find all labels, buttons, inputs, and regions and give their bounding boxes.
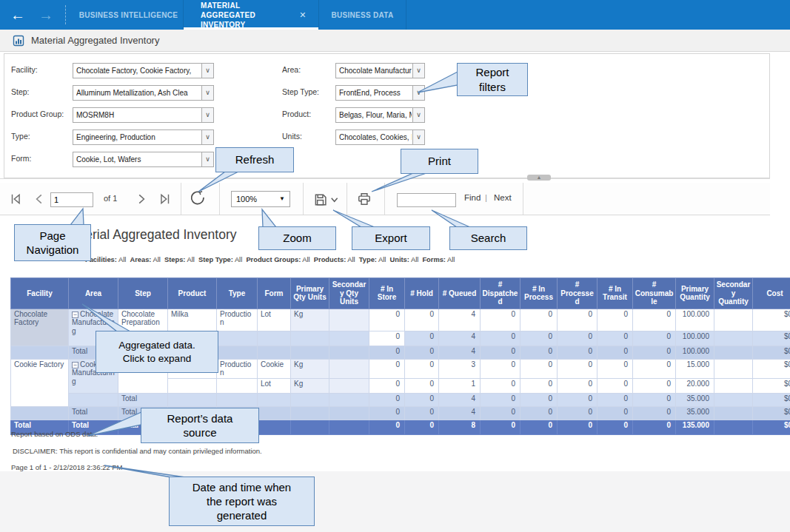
table-cell <box>69 394 118 407</box>
print-icon[interactable] <box>357 191 373 207</box>
table-cell: Lot <box>258 309 291 331</box>
area-dropdown[interactable]: Chocolate Manufacturing, Chocol∨ <box>335 63 425 78</box>
callout-text: Refresh <box>235 152 275 166</box>
table-cell: 0 <box>405 394 439 407</box>
table-cell: 0 <box>481 346 520 359</box>
tab-material-aggregated-inventory[interactable]: MATERIAL AGGREGATED INVENTORY ✕ <box>184 0 319 30</box>
report-filter-summary: Facilities: All Areas: All Steps: All St… <box>85 256 459 263</box>
product-dropdown[interactable]: Belgas, Flour, Maria, Milka, MOSR∨ <box>335 107 425 123</box>
report-toolbar: of 1 100% ▼ <box>0 183 770 215</box>
dropdown-arrow-icon[interactable]: ∨ <box>412 86 424 100</box>
tab-business-intelligence[interactable]: BUSINESS INTELLIGENCE <box>74 0 184 30</box>
forward-arrow-icon[interactable]: → <box>36 4 56 25</box>
data-source-note: Report based on ODS data. <box>11 430 98 438</box>
units-dropdown[interactable]: Chocolates, Cookies, Dies, Kg, Pac∨ <box>335 129 425 145</box>
table-cell: 1 <box>439 379 481 394</box>
table-cell: 0 <box>597 394 633 407</box>
find-input[interactable] <box>397 193 456 207</box>
table-cell: 0 <box>558 394 597 407</box>
table-cell: 0 <box>369 379 405 394</box>
form-dropdown[interactable]: Cookie, Lot, Wafers∨ <box>73 152 214 167</box>
table-cell <box>714 346 753 359</box>
facility-dropdown[interactable]: Chocolate Factory, Cookie Factory,∨ <box>73 63 214 78</box>
column-header: Secondary Qty Units <box>329 278 369 309</box>
table-cell: 100.000 <box>676 331 714 346</box>
column-header: # In Process <box>520 278 558 309</box>
table-cell: Production <box>217 359 258 379</box>
dropdown-arrow-icon[interactable]: ∨ <box>412 108 424 122</box>
first-page-button[interactable] <box>9 191 25 207</box>
type-dropdown[interactable]: Engineering, Production∨ <box>73 129 214 145</box>
filter-label: Product: <box>282 110 311 118</box>
disclaimer-note: DISCLAIMER: This report is confidential … <box>13 447 262 455</box>
dropdown-arrow-icon[interactable]: ∨ <box>201 152 213 166</box>
zoom-select[interactable]: 100% ▼ <box>231 191 290 207</box>
table-cell <box>714 394 753 407</box>
table-cell: 35.000 <box>676 394 714 407</box>
previous-page-button[interactable] <box>33 191 49 207</box>
callout-zoom: Zoom <box>258 226 336 250</box>
table-cell: Lot <box>258 379 291 394</box>
step-dropdown[interactable]: Alluminum Metallization, Ash Clea∨ <box>73 85 214 101</box>
find-next-button[interactable]: Next <box>494 193 512 202</box>
table-cell: Kg <box>291 379 329 394</box>
table-cell <box>291 331 329 346</box>
step-type-dropdown[interactable]: FrontEnd, Process∨ <box>335 85 425 101</box>
table-cell <box>11 407 69 420</box>
close-tab-icon[interactable]: ✕ <box>295 10 310 20</box>
callout-text: Date and time when <box>193 480 291 494</box>
table-cell: Milka <box>168 309 217 331</box>
column-header: Product <box>168 278 217 309</box>
table-cell <box>258 420 291 435</box>
filter-label: Facility: <box>11 65 38 74</box>
filter-row: Step:Alluminum Metallization, Ash Clea∨S… <box>4 85 769 101</box>
dropdown-arrow-icon[interactable]: ∨ <box>201 64 213 78</box>
find-button[interactable]: Find <box>464 193 481 202</box>
callout-export: Export <box>352 226 430 250</box>
table-cell: 0 <box>633 394 676 407</box>
callout-search: Search <box>449 226 527 250</box>
table-cell: 0 <box>633 309 676 331</box>
table-cell: 4 <box>439 309 481 331</box>
table-cell <box>329 394 369 407</box>
refresh-icon[interactable] <box>190 190 206 206</box>
table-cell <box>714 379 753 394</box>
table-cell <box>714 407 753 420</box>
export-save-icon[interactable] <box>314 192 339 208</box>
page-number-input[interactable] <box>50 192 93 207</box>
dropdown-arrow-icon[interactable]: ∨ <box>412 64 424 78</box>
dropdown-arrow-icon[interactable]: ∨ <box>201 130 213 144</box>
table-cell: 0 <box>405 407 439 420</box>
table-cell: $0 <box>753 309 790 331</box>
collapse-group-icon[interactable]: − <box>72 362 78 368</box>
column-header: # Dispatched <box>481 278 520 309</box>
dropdown-arrow-icon[interactable]: ∨ <box>201 108 213 122</box>
tab-business-data[interactable]: BUSINESS DATA <box>319 0 406 30</box>
table-cell: 0 <box>369 309 405 331</box>
callout-page-navigation: PageNavigation <box>14 224 91 261</box>
table-cell: 8 <box>439 420 481 435</box>
product-group-dropdown[interactable]: MOSRM8H∨ <box>73 107 214 123</box>
column-header: Primary Quantity <box>676 278 714 309</box>
collapse-group-icon[interactable]: − <box>72 312 78 318</box>
table-cell: 0 <box>520 359 558 379</box>
back-arrow-icon[interactable]: ← <box>7 4 28 25</box>
dropdown-value: FrontEnd, Process <box>339 86 412 100</box>
table-cell: 0 <box>558 420 597 435</box>
next-page-button[interactable] <box>135 191 151 207</box>
table-cell: 0 <box>558 346 597 359</box>
dropdown-arrow-icon[interactable]: ∨ <box>201 86 213 100</box>
collapse-panel-handle[interactable]: ▲ <box>527 175 551 181</box>
table-cell <box>291 420 329 435</box>
table-header-row: FacilityAreaStepProductTypeFormPrimary Q… <box>11 278 790 309</box>
table-cell <box>291 407 329 420</box>
last-page-button[interactable] <box>158 191 175 207</box>
dropdown-arrow-icon[interactable]: ∨ <box>412 130 424 144</box>
table-cell: 0 <box>520 309 558 331</box>
table-cell: Chocolate Factory <box>11 309 69 346</box>
table-cell: 0 <box>558 309 597 331</box>
table-cell: $0 <box>753 394 790 407</box>
column-header: Secondary Quantity <box>714 278 753 309</box>
column-header: Cost <box>753 278 790 309</box>
table-cell <box>217 346 258 359</box>
